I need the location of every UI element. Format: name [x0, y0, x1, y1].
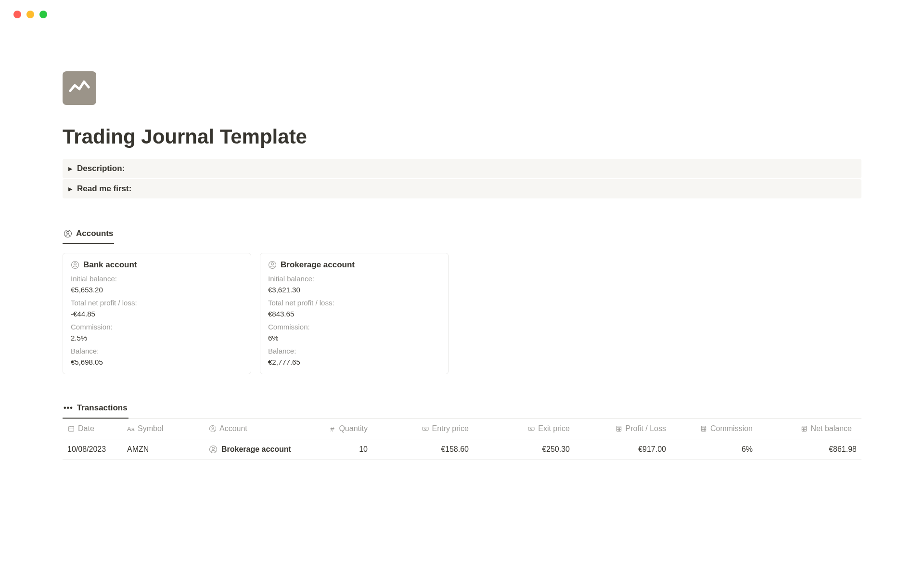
th-label: Profit / Loss	[626, 424, 666, 433]
dots-icon: •••	[64, 404, 73, 412]
field-label: Balance:	[71, 347, 243, 355]
user-circle-icon	[71, 261, 79, 269]
field-label: Balance:	[268, 347, 440, 355]
field-label: Total net profit / loss:	[71, 299, 243, 307]
th-label: Date	[78, 424, 94, 433]
chart-icon	[68, 76, 90, 100]
th-label: Symbol	[138, 424, 163, 433]
tab-label: Transactions	[77, 403, 128, 413]
formula-icon	[615, 425, 623, 433]
column-header-exit-price[interactable]: Exit price	[474, 419, 575, 439]
triangle-right-icon: ▶	[68, 166, 72, 172]
svg-point-11	[212, 427, 214, 429]
field-value: €5,653.20	[71, 286, 243, 294]
table-row[interactable]: 10/08/2023 AMZN Brokerage account 10 €15…	[63, 439, 861, 460]
user-circle-icon	[209, 445, 218, 454]
column-header-profit-loss[interactable]: Profit / Loss	[575, 419, 671, 439]
th-label: Commission	[710, 424, 753, 433]
field-value: 6%	[268, 334, 440, 342]
tab-transactions[interactable]: ••• Transactions	[63, 399, 128, 419]
field-value: -€44.85	[71, 310, 243, 318]
svg-rect-16	[616, 426, 621, 432]
user-circle-icon	[64, 229, 72, 238]
cell-profit-loss: €917.00	[575, 439, 671, 460]
cell-account-name: Brokerage account	[221, 445, 291, 454]
formula-icon	[800, 425, 808, 433]
svg-point-1	[67, 231, 69, 234]
account-card-brokerage[interactable]: Brokerage account Initial balance: €3,62…	[260, 253, 449, 374]
column-header-account[interactable]: Account	[204, 419, 310, 439]
toggle-readme[interactable]: ▶ Read me first:	[63, 179, 861, 198]
accounts-tabs: Accounts	[63, 225, 861, 244]
cell-commission: 6%	[671, 439, 757, 460]
triangle-right-icon: ▶	[68, 186, 72, 192]
hash-icon: #	[328, 425, 336, 433]
svg-rect-12	[423, 427, 428, 431]
cell-symbol: AMZN	[122, 439, 204, 460]
field-label: Total net profit / loss:	[268, 299, 440, 307]
currency-icon	[422, 425, 429, 433]
column-header-quantity[interactable]: # Quantity	[310, 419, 372, 439]
field-value: 2.5%	[71, 334, 243, 342]
table-header: Date Aa Symbol Account # Quantity Entr	[63, 419, 861, 439]
user-circle-icon	[268, 261, 277, 269]
toggle-description[interactable]: ▶ Description:	[63, 159, 861, 178]
accounts-cards: Bank account Initial balance: €5,653.20 …	[63, 253, 861, 374]
th-label: Net balance	[811, 424, 852, 433]
card-title: Brokerage account	[268, 260, 440, 270]
svg-rect-21	[701, 426, 706, 432]
field-label: Commission:	[71, 323, 243, 331]
cell-net-balance: €861.98	[757, 439, 861, 460]
account-card-bank[interactable]: Bank account Initial balance: €5,653.20 …	[63, 253, 251, 374]
cell-date: 10/08/2023	[63, 439, 122, 460]
svg-point-5	[271, 263, 274, 265]
field-label: Initial balance:	[268, 275, 440, 283]
svg-point-13	[424, 428, 426, 429]
toggle-label: Read me first:	[77, 184, 131, 194]
th-label: Quantity	[339, 424, 368, 433]
field-value: €843.65	[268, 310, 440, 318]
field-value: €2,777.65	[268, 358, 440, 366]
formula-icon	[700, 425, 707, 433]
svg-point-32	[212, 447, 215, 449]
column-header-date[interactable]: Date	[63, 419, 122, 439]
th-label: Entry price	[432, 424, 469, 433]
column-header-symbol[interactable]: Aa Symbol	[122, 419, 204, 439]
cell-entry-price: €158.60	[372, 439, 474, 460]
window-controls	[0, 0, 924, 18]
column-header-net-balance[interactable]: Net balance	[757, 419, 861, 439]
field-value: €3,621.30	[268, 286, 440, 294]
page-title: Trading Journal Template	[63, 125, 861, 148]
svg-point-3	[74, 263, 77, 265]
column-header-entry-price[interactable]: Entry price	[372, 419, 474, 439]
account-name: Bank account	[83, 260, 137, 270]
user-circle-icon	[209, 425, 217, 433]
cell-exit-price: €250.30	[474, 439, 575, 460]
maximize-window-button[interactable]	[39, 11, 47, 18]
svg-rect-26	[802, 426, 806, 432]
svg-rect-6	[69, 426, 74, 431]
field-label: Initial balance:	[71, 275, 243, 283]
card-title: Bank account	[71, 260, 243, 270]
currency-icon	[527, 425, 535, 433]
th-label: Exit price	[538, 424, 570, 433]
cell-account: Brokerage account	[204, 439, 310, 460]
cell-quantity: 10	[310, 439, 372, 460]
calendar-icon	[67, 425, 75, 433]
column-header-commission[interactable]: Commission	[671, 419, 757, 439]
minimize-window-button[interactable]	[26, 11, 34, 18]
account-name: Brokerage account	[281, 260, 355, 270]
tab-accounts[interactable]: Accounts	[63, 225, 114, 244]
page-icon[interactable]	[63, 71, 96, 105]
transactions-table: Date Aa Symbol Account # Quantity Entr	[63, 419, 861, 460]
field-value: €5,698.05	[71, 358, 243, 366]
page-content: Trading Journal Template ▶ Description: …	[0, 18, 924, 460]
th-label: Account	[219, 424, 247, 433]
toggle-label: Description:	[77, 164, 125, 173]
field-label: Commission:	[268, 323, 440, 331]
tab-label: Accounts	[76, 229, 113, 238]
transactions-tabs: ••• Transactions	[63, 399, 861, 419]
svg-point-15	[531, 428, 532, 429]
svg-rect-14	[528, 427, 534, 431]
close-window-button[interactable]	[13, 11, 21, 18]
